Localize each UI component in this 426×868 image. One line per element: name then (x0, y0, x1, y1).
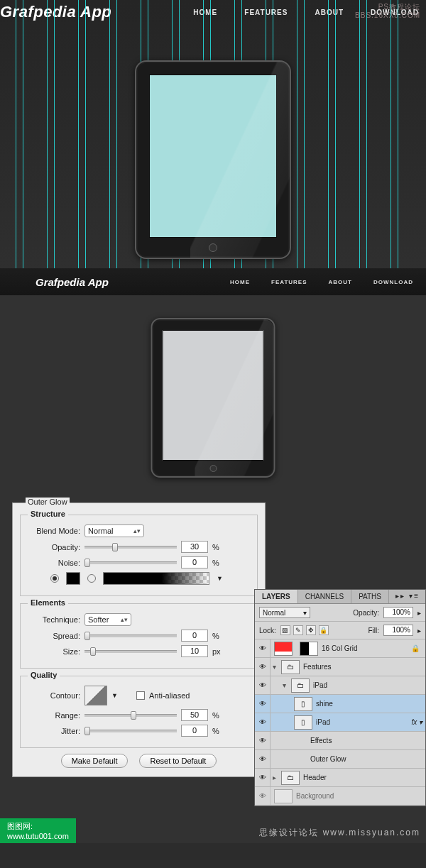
layer-row[interactable]: 👁 Background (255, 787, 425, 806)
blend-mode-select[interactable]: Normal ▴▾ (84, 524, 144, 537)
fill-label: Fill: (368, 627, 379, 634)
fx-badge[interactable]: fx ▾ (411, 718, 425, 726)
elements-fieldset: Elements Technique: Softer ▴▾ Spread: 0 … (20, 603, 258, 669)
visibility-icon[interactable]: 👁 (255, 639, 271, 657)
visibility-icon[interactable]: 👁 (255, 787, 271, 805)
color-swatch[interactable] (66, 572, 80, 585)
disclosure-icon[interactable]: ▸ (271, 774, 278, 781)
noise-label: Noise: (29, 559, 80, 567)
visibility-icon[interactable]: 👁 (255, 713, 271, 731)
layer-row[interactable]: 👁 Effects (255, 732, 425, 750)
folder-icon: 🗀 (281, 771, 300, 785)
layer-thumb-icon: ▯ (294, 697, 312, 711)
dropdown-icon[interactable]: ▸ (417, 627, 421, 634)
spread-input[interactable]: 0 (181, 630, 208, 642)
layer-row[interactable]: 👁 ▯ iPad fx ▾ (255, 713, 425, 732)
ipad-mockup-small (151, 318, 275, 478)
size-input[interactable]: 10 (181, 645, 208, 657)
folder-icon: 🗀 (281, 660, 300, 674)
structure-legend: Structure (28, 510, 68, 518)
technique-label: Technique: (29, 615, 80, 624)
visibility-icon[interactable]: 👁 (255, 695, 271, 713)
dropdown-icon[interactable]: ▼ (217, 575, 223, 582)
nav-home[interactable]: HOME (230, 279, 250, 285)
noise-unit: % (212, 559, 225, 567)
nav-features[interactable]: FEATURES (271, 279, 307, 285)
range-slider[interactable] (84, 714, 177, 717)
nav-about[interactable]: ABOUT (329, 279, 352, 285)
layer-row[interactable]: 👁 16 Col Grid 🔒 (255, 639, 425, 658)
watermark-bottom-right: 思缘设计论坛 www.missyuan.com (259, 827, 420, 839)
layer-blend-select[interactable]: Normal▾ (259, 607, 310, 618)
gradient-picker[interactable] (103, 572, 209, 585)
panel-menu-icon[interactable]: ▸▸ ▾≡ (390, 590, 425, 603)
contour-picker[interactable] (84, 686, 107, 705)
visibility-icon[interactable]: 👁 (255, 769, 271, 786)
visibility-icon[interactable]: 👁 (255, 750, 271, 768)
column-guide (335, 0, 336, 268)
nav-download[interactable]: DOWNLOAD (373, 279, 413, 285)
layer-name: Background (296, 792, 425, 800)
watermark-line2: BBS.16XX8.COM (355, 11, 420, 20)
lock-all-icon[interactable]: 🔒 (319, 625, 329, 635)
opacity-slider[interactable] (84, 546, 177, 549)
layer-row[interactable]: 👁 Outer Glow (255, 750, 425, 769)
dropdown-icon[interactable]: ▼ (111, 692, 118, 699)
opacity-label: Opacity: (29, 543, 80, 551)
wm-line1: 图图网: (7, 822, 33, 830)
column-guide (23, 0, 23, 268)
tab-channels[interactable]: CHANNELS (298, 590, 351, 603)
column-guide (328, 0, 329, 268)
jitter-slider[interactable] (84, 730, 177, 732)
layer-row[interactable]: 👁 ▸ 🗀 Header (255, 769, 425, 787)
size-unit: px (212, 647, 225, 656)
make-default-button[interactable]: Make Default (61, 754, 129, 768)
ipad-screen (163, 330, 264, 461)
tab-layers[interactable]: LAYERS (255, 590, 298, 603)
layers-panel: LAYERS CHANNELS PATHS ▸▸ ▾≡ Normal▾ Opac… (254, 589, 426, 806)
site-header-small: Grafpedia App HOME FEATURES ABOUT DOWNLO… (0, 268, 426, 295)
visibility-icon[interactable]: 👁 (255, 676, 271, 694)
layer-name: iPad (316, 718, 411, 726)
jitter-input[interactable]: 0 (181, 725, 208, 737)
color-radio[interactable] (50, 574, 59, 583)
column-guide (47, 0, 48, 268)
layer-row[interactable]: 👁 ▾ 🗀 iPad (255, 676, 425, 695)
noise-slider[interactable] (84, 561, 177, 564)
ipad-screen (149, 75, 277, 238)
design-canvas-guides: PS教程论坛 BBS.16XX8.COM Grafpedia App HOME … (0, 0, 426, 268)
dropdown-icon[interactable]: ▸ (417, 609, 421, 617)
column-guide (398, 0, 398, 268)
lock-transparency-icon[interactable]: ▧ (280, 625, 290, 635)
column-guide (16, 0, 16, 268)
contour-label: Contour: (29, 691, 80, 700)
layer-opacity-label: Opacity: (353, 609, 379, 617)
nav-about[interactable]: ABOUT (315, 9, 344, 16)
layer-thumb-icon: ▯ (294, 715, 312, 730)
layer-row[interactable]: 👁 ▯ shine (255, 695, 425, 713)
noise-input[interactable]: 0 (181, 556, 208, 568)
nav-home[interactable]: HOME (193, 9, 217, 16)
gradient-radio[interactable] (87, 574, 96, 583)
visibility-icon[interactable]: 👁 (255, 658, 271, 676)
range-input[interactable]: 50 (181, 709, 208, 721)
antialias-checkbox[interactable] (136, 691, 145, 700)
tab-paths[interactable]: PATHS (351, 590, 389, 603)
column-guide (304, 0, 305, 268)
column-guide (297, 0, 297, 268)
reset-default-button[interactable]: Reset to Default (139, 754, 217, 768)
size-slider[interactable] (84, 650, 177, 653)
home-button-icon (209, 465, 217, 472)
technique-select[interactable]: Softer ▴▾ (84, 613, 131, 626)
updown-icon: ▴▾ (121, 616, 128, 623)
layer-opacity-input[interactable]: 100% (383, 607, 413, 618)
visibility-icon[interactable]: 👁 (255, 732, 271, 749)
fill-input[interactable]: 100% (383, 625, 413, 636)
lock-pixels-icon[interactable]: ✎ (293, 625, 303, 635)
disclosure-icon[interactable]: ▾ (280, 681, 288, 689)
spread-slider[interactable] (84, 634, 177, 637)
layer-row[interactable]: 👁 ▾ 🗀 Features (255, 658, 425, 676)
disclosure-icon[interactable]: ▾ (271, 663, 278, 671)
lock-position-icon[interactable]: ✥ (306, 625, 316, 635)
opacity-input[interactable]: 30 (181, 541, 208, 553)
